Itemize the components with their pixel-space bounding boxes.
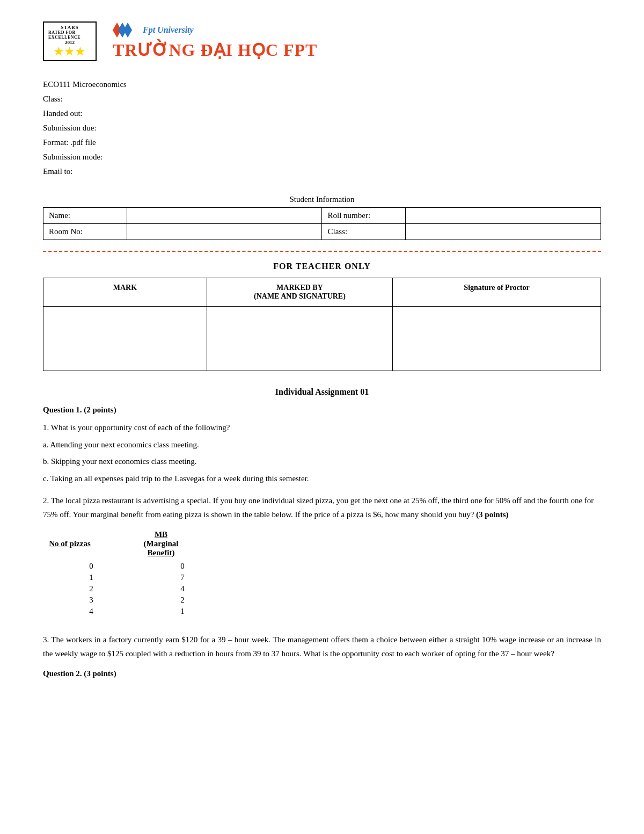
email-line: Email to: (43, 164, 601, 179)
q3-text: 3. The workers in a factory currently ea… (43, 633, 601, 661)
pizza-qty: 1 (43, 572, 140, 583)
university-name: TRƯỜNG ĐẠI HỌC FPT (113, 40, 317, 60)
stars-year: 2012 (65, 40, 75, 45)
signature-header: Signature of Proctor (393, 278, 601, 307)
marked-by-line2: (NAME AND SIGNATURE) (254, 292, 346, 300)
fpt-logo: Fpt University TRƯỜNG ĐẠI HỌC FPT (113, 23, 317, 60)
marked-by-line1: MARKED BY (276, 284, 323, 292)
format-line: Format: .pdf file (43, 135, 601, 150)
signature-body (393, 307, 601, 371)
q1-b: b. Skipping your next economics class me… (43, 455, 601, 469)
marked-by-body (207, 307, 392, 371)
stars-icons: ★★★ (54, 45, 86, 58)
course-name: ECO111 Microeconomics (43, 77, 601, 92)
pizza-data-row: 32 (43, 594, 225, 606)
class-label: Class: (322, 224, 406, 240)
name-label: Name: (43, 208, 127, 224)
pizza-data-row: 00 (43, 561, 225, 572)
course-info: ECO111 Microeconomics Class: Handed out:… (43, 77, 601, 179)
pizza-col2-header: MB (Marginal Benefit) (140, 530, 225, 561)
roll-value (406, 208, 601, 224)
student-row-name: Name: Roll number: (43, 208, 601, 224)
pizza-mb: 7 (140, 572, 225, 583)
q3-body: 3. The workers in a factory currently ea… (43, 633, 601, 661)
teacher-header-row: MARK MARKED BY (NAME AND SIGNATURE) Sign… (43, 278, 601, 307)
stars-title: STARS (61, 25, 78, 30)
q2-intro-body: 2. The local pizza restaurant is adverti… (43, 494, 601, 521)
pizza-table-wrapper: No of pizzas MB (Marginal Benefit) 00172… (43, 530, 601, 617)
q1-c: c. Taking an all expenses paid trip to t… (43, 472, 601, 486)
page-header: STARS RATED FOR EXCELLENCE 2012 ★★★ Fpt … (43, 21, 601, 61)
room-value (127, 224, 322, 240)
pizza-qty: 2 (43, 583, 140, 594)
q1-header: Question 1. (2 points) (43, 405, 601, 415)
fpt-arrows-icon (113, 23, 138, 38)
class-value (406, 224, 601, 240)
teacher-body-row (43, 307, 601, 371)
q2-points: (3 points) (476, 510, 508, 519)
room-label: Room No: (43, 224, 127, 240)
q1-sub1: 1. What is your opportunity cost of each… (43, 421, 601, 435)
pizza-qty: 0 (43, 561, 140, 572)
assignment-title: Individual Assignment 01 (43, 387, 601, 397)
dashed-divider (43, 251, 601, 252)
submission-due-line: Submission due: (43, 121, 601, 135)
q2-intro-text: 2. The local pizza restaurant is adverti… (43, 494, 601, 521)
pizza-header-row: No of pizzas MB (Marginal Benefit) (43, 530, 225, 561)
teacher-section-header: FOR TEACHER ONLY (43, 262, 601, 271)
pizza-mb: 4 (140, 583, 225, 594)
fpt-logo-top: Fpt University (113, 23, 194, 38)
pizza-data-row: 24 (43, 583, 225, 594)
q1-body: 1. What is your opportunity cost of each… (43, 421, 601, 485)
name-value (127, 208, 322, 224)
class-line: Class: (43, 92, 601, 106)
pizza-data-table: No of pizzas MB (Marginal Benefit) 00172… (43, 530, 225, 617)
svg-marker-2 (123, 23, 132, 38)
pizza-mb: 0 (140, 561, 225, 572)
pizza-col1-header: No of pizzas (43, 530, 140, 561)
stars-badge: STARS RATED FOR EXCELLENCE 2012 ★★★ (43, 21, 97, 61)
pizza-qty: 4 (43, 606, 140, 617)
mark-body (43, 307, 207, 371)
marked-by-header: MARKED BY (NAME AND SIGNATURE) (207, 278, 392, 307)
fpt-university-label: Fpt University (143, 25, 194, 35)
student-row-room: Room No: Class: (43, 224, 601, 240)
submission-mode-line: Submission mode: (43, 150, 601, 164)
q1-a: a. Attending your next economics class m… (43, 438, 601, 452)
pizza-mb: 1 (140, 606, 225, 617)
handed-out-line: Handed out: (43, 106, 601, 121)
student-info-table: Name: Roll number: Room No: Class: (43, 207, 601, 240)
pizza-mb: 2 (140, 594, 225, 606)
teacher-table: MARK MARKED BY (NAME AND SIGNATURE) Sign… (43, 278, 601, 371)
q2-header: Question 2. (3 points) (43, 669, 601, 678)
roll-label: Roll number: (322, 208, 406, 224)
mark-header: MARK (43, 278, 207, 307)
student-info-label: Student Information (43, 195, 601, 204)
pizza-data-row: 17 (43, 572, 225, 583)
pizza-qty: 3 (43, 594, 140, 606)
pizza-data-row: 41 (43, 606, 225, 617)
stars-subtitle: RATED FOR EXCELLENCE (48, 30, 91, 40)
